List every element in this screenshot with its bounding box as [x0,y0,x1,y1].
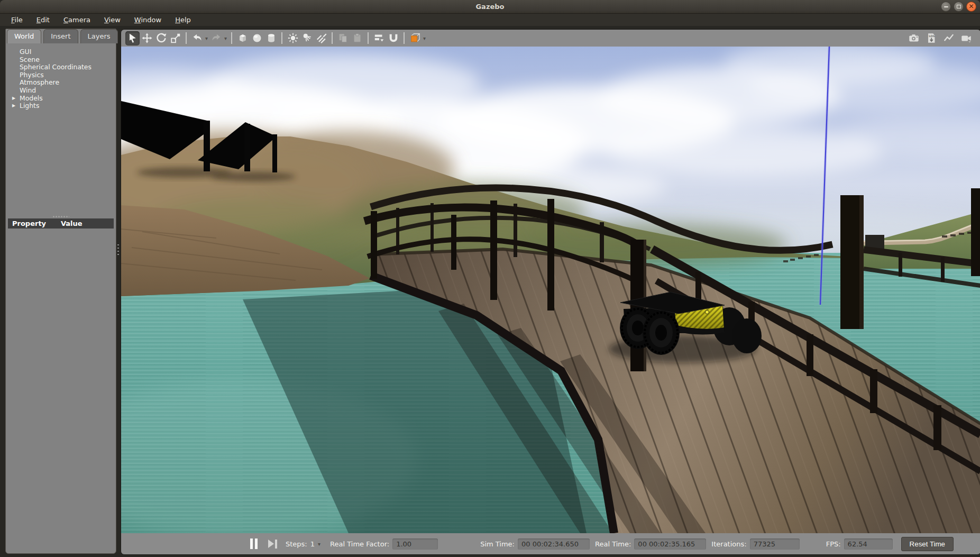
view-angle-button[interactable] [408,31,422,45]
toolbar-separator [332,32,333,44]
close-icon: ✕ [968,3,974,10]
menu-camera[interactable]: Camera [57,14,97,26]
iterations-field[interactable]: 77325 [750,538,800,550]
view-angle-caret[interactable]: ▾ [423,35,426,41]
tree-item-spherical-coordinates[interactable]: Spherical Coordinates [6,63,116,71]
sphere-shape-button[interactable] [250,31,264,45]
real-time-field[interactable]: 00 00:02:35.165 [634,538,706,550]
tree-item-models[interactable]: ▶Models [6,95,116,103]
tab-insert[interactable]: Insert [43,29,78,43]
copy-button[interactable] [336,31,350,45]
world-tree: GUI Scene Spherical Coordinates Physics … [6,43,116,110]
viewport-3d[interactable] [121,47,980,533]
rotate-icon [155,32,167,44]
screenshot-button[interactable] [906,31,921,45]
expand-arrow-icon[interactable]: ▶ [12,95,15,103]
toolbar-separator [404,32,405,44]
real-time-label: Real Time: [595,540,631,548]
sidebar-tabs: World Insert Layers [6,29,116,43]
tab-world[interactable]: World [7,29,41,43]
select-tool-button[interactable] [125,31,140,45]
property-column-header: Property [12,220,61,227]
menu-window[interactable]: Window [127,14,168,26]
point-light-icon [287,32,299,44]
menu-edit[interactable]: Edit [30,14,57,26]
plot-icon [943,32,955,44]
redo-button[interactable] [209,31,223,45]
menu-view[interactable]: View [97,14,127,26]
property-table-header: Property Value [8,218,114,229]
undo-button[interactable] [190,31,204,45]
step-button[interactable] [268,540,277,549]
log-record-button[interactable]: LOG [924,31,938,45]
magnet-icon [388,32,399,44]
tab-layers[interactable]: Layers [80,29,118,43]
iterations-label: Iterations: [711,540,746,548]
toolbar-separator [368,32,369,44]
menu-help[interactable]: Help [168,14,198,26]
fps-field[interactable]: 62.54 [844,538,893,550]
value-column-header: Value [61,220,83,227]
scale-tool-button[interactable] [168,31,182,45]
tree-item-lights[interactable]: ▶Lights [6,102,116,110]
menu-file[interactable]: File [4,14,30,26]
tree-item-wind[interactable]: Wind [6,87,116,95]
maximize-icon [957,5,961,8]
select-arrow-icon [127,32,139,44]
tree-item-gui[interactable]: GUI [6,48,116,56]
cylinder-icon [265,32,277,44]
undo-history-caret[interactable]: ▾ [205,35,208,41]
video-record-button[interactable] [959,31,973,45]
expand-arrow-icon[interactable]: ▶ [12,102,15,110]
box-shape-button[interactable] [235,31,250,45]
pause-button[interactable] [250,538,258,549]
menubar: File Edit Camera View Window Help [0,14,980,26]
tree-item-physics[interactable]: Physics [6,71,116,79]
simulation-statusbar: Steps: 1 ▾ Real Time Factor: 1.00 Sim Ti… [121,533,980,554]
close-button[interactable]: ✕ [966,2,976,12]
maximize-button[interactable] [954,2,964,12]
redo-icon [210,32,222,44]
steps-label: Steps: [286,540,307,548]
video-camera-icon [960,32,972,44]
align-button[interactable] [372,31,386,45]
sidebar-resize-handle[interactable] [117,243,120,257]
sim-time-label: Sim Time: [480,540,515,548]
gazebo-window: Gazebo ✕ File Edit Camera View Window He… [0,0,980,557]
point-light-button[interactable] [286,31,300,45]
spot-light-icon [301,32,313,44]
steps-value[interactable]: 1 [310,540,315,548]
paste-icon [352,32,363,44]
box-icon [237,32,249,44]
tree-item-atmosphere[interactable]: Atmosphere [6,79,116,87]
cylinder-shape-button[interactable] [264,31,278,45]
undo-icon [191,32,203,44]
steps-caret[interactable]: ▾ [318,541,320,547]
plot-button[interactable] [941,31,956,45]
directional-light-button[interactable] [314,31,328,45]
toolbar-right-group: LOG [906,31,973,45]
tree-item-scene[interactable]: Scene [6,56,116,64]
directional-light-icon [316,32,327,44]
sim-time-field[interactable]: 00 00:02:34.650 [518,538,590,550]
bridge-right-post [971,188,980,276]
translate-tool-button[interactable] [140,31,154,45]
property-splitter-handle[interactable] [52,215,69,218]
minimize-button[interactable] [941,2,951,12]
rtf-field[interactable]: 1.00 [392,538,438,550]
titlebar[interactable]: Gazebo ✕ [0,0,980,14]
sidebar-panel: World Insert Layers GUI Scene Spherical … [5,29,116,554]
toolbar-separator [281,32,282,44]
spot-light-button[interactable] [300,31,314,45]
redo-history-caret[interactable]: ▾ [224,35,227,41]
log-icon: LOG [926,32,937,44]
minimize-icon [944,6,948,7]
window-controls: ✕ [941,2,976,12]
rotate-tool-button[interactable] [154,31,168,45]
sphere-icon [251,32,263,44]
copy-icon [337,32,349,44]
paste-button[interactable] [350,31,364,45]
snap-button[interactable] [386,31,400,45]
viewport-toolbar: ▾ ▾ [121,30,980,47]
reset-time-button[interactable]: Reset Time [901,537,954,551]
